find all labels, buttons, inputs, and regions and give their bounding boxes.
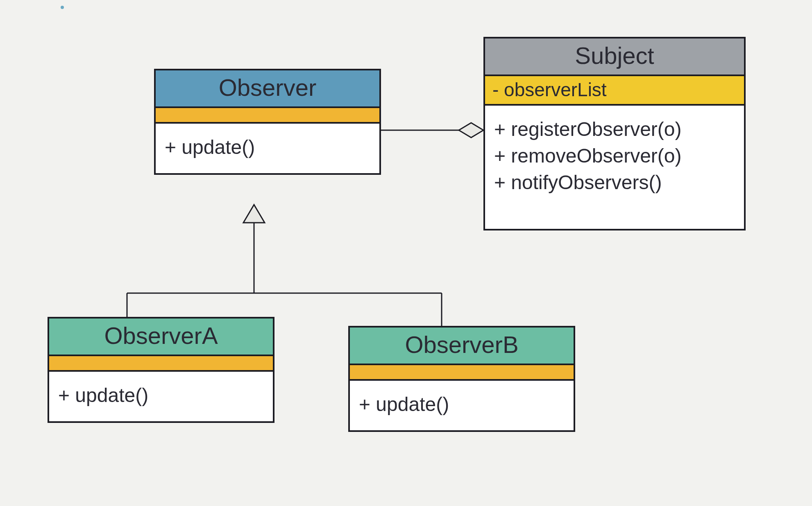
class-subject-method: + removeObserver(o)	[494, 143, 735, 169]
class-subject-title: Subject	[485, 38, 744, 76]
class-observer-a: ObserverA + update()	[48, 317, 274, 423]
class-observer-b-methods: + update()	[350, 381, 574, 430]
class-observer-b-title: ObserverB	[350, 328, 574, 365]
decorative-dot	[61, 6, 64, 9]
class-observer-b: ObserverB + update()	[348, 326, 575, 432]
class-observer-attrs	[156, 108, 379, 124]
aggregation-diamond-icon	[459, 123, 483, 138]
class-observer-a-attrs	[49, 356, 273, 372]
class-subject-attrs: - observerList	[485, 76, 744, 106]
class-observer-a-methods: + update()	[49, 372, 273, 421]
class-subject-attr: - observerList	[492, 79, 607, 100]
class-observer-methods: + update()	[156, 124, 379, 173]
class-subject-method: + registerObserver(o)	[494, 116, 735, 143]
class-observer-a-title: ObserverA	[49, 319, 273, 356]
class-observer-title: Observer	[156, 70, 379, 108]
class-observer: Observer + update()	[154, 69, 381, 175]
class-subject-methods: + registerObserver(o) + removeObserver(o…	[485, 106, 744, 228]
generalization-arrow-icon	[243, 205, 265, 223]
class-observer-method: + update()	[165, 134, 370, 161]
class-observer-b-method: + update()	[359, 391, 565, 418]
class-subject: Subject - observerList + registerObserve…	[483, 37, 746, 230]
class-subject-method: + notifyObservers()	[494, 169, 735, 196]
class-observer-b-attrs	[350, 365, 574, 381]
class-observer-a-method: + update()	[58, 382, 264, 409]
